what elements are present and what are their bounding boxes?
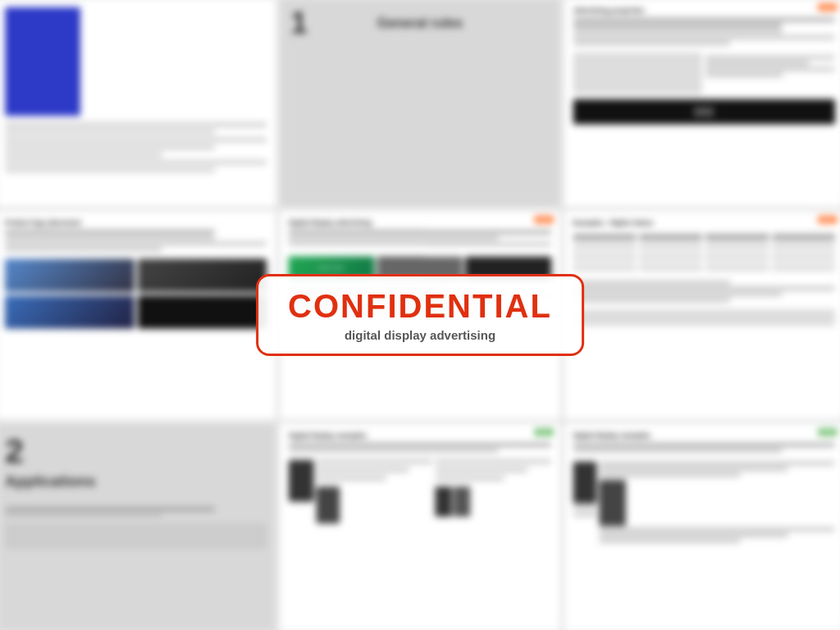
adv-title: Advertising properties (573, 7, 835, 15)
badge-ex2: NEW (819, 429, 837, 436)
new-badge: NEW (819, 4, 837, 11)
badge-ex1: NEW (534, 429, 552, 436)
page-thumb-cover (0, 0, 276, 206)
page-thumb-product-logo: Product logo placement (0, 212, 276, 419)
cover-text (5, 122, 267, 175)
product-title: Product logo placement (5, 220, 267, 227)
app-number: 2 (5, 432, 267, 470)
page-thumb-examples-rights: NEW Examples - Rights Status (564, 212, 840, 419)
confidential-subtitle: digital display advertising (345, 328, 495, 342)
ex1-title: Digital display examples (289, 432, 551, 440)
confidential-text: CONFIDENTIAL (288, 288, 552, 325)
confidential-overlay: CONFIDENTIAL digital display advertising (256, 274, 584, 356)
rights-title: Examples - Rights Status (573, 220, 835, 227)
confidential-badge: CONFIDENTIAL digital display advertising (256, 274, 584, 356)
page-thumb-digital-ex1: NEW Digital display examples (281, 424, 559, 630)
section-number: 1 (290, 6, 307, 41)
page-thumb-advertising: NEW Advertising properties (564, 0, 840, 206)
general-rules-text (289, 64, 297, 99)
cover-blue-block (5, 7, 80, 116)
ex2-title: Digital display examples (573, 432, 835, 440)
page-thumb-general-rules: 1 General rules (281, 0, 559, 206)
new-badge-rights: NEW (819, 217, 837, 223)
page-thumb-digital-ex2: NEW Digital display examples (564, 424, 840, 630)
product-images (5, 259, 267, 330)
new-badge-digital: NEW (534, 217, 552, 223)
section-title: General rules (289, 16, 551, 30)
page-thumb-applications: 2 Applications (0, 424, 276, 630)
app-title: Applications (5, 473, 267, 491)
digital-title: Digital display advertising (289, 220, 551, 227)
